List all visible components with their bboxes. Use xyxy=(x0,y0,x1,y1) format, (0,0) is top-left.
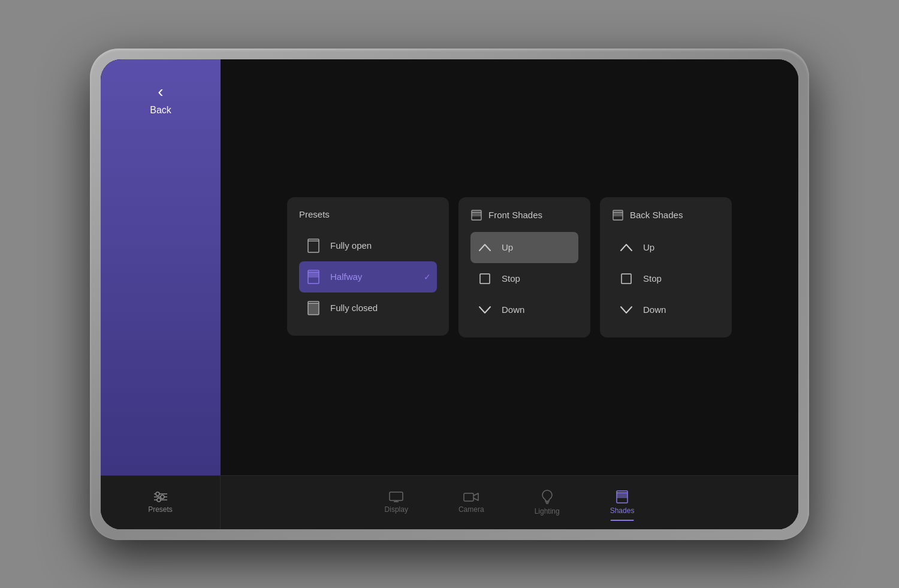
back-shades-icon xyxy=(612,209,624,221)
main-area: ‹ Back Presets xyxy=(101,59,798,475)
svg-rect-25 xyxy=(464,493,473,501)
svg-rect-4 xyxy=(308,272,319,278)
back-chevron-icon: ‹ xyxy=(158,83,163,100)
preset-halfway[interactable]: Halfway ✓ xyxy=(299,261,437,293)
content-area: Presets Fully open xyxy=(221,59,798,475)
back-up-arrow-icon xyxy=(618,239,635,256)
presets-title: Presets xyxy=(299,209,330,219)
back-shades-header: Back Shades xyxy=(612,209,720,221)
svg-point-20 xyxy=(161,495,164,499)
front-shades-down-button[interactable]: Down xyxy=(470,294,578,325)
front-shades-stop-button[interactable]: Stop xyxy=(470,263,578,294)
svg-rect-14 xyxy=(613,212,623,216)
front-shades-up-label: Up xyxy=(502,242,513,252)
back-shades-card: Back Shades Up xyxy=(600,197,732,337)
front-shades-card: Front Shades Up xyxy=(458,197,590,337)
shade-closed-icon xyxy=(305,300,322,316)
nav-item-display[interactable]: Display xyxy=(378,487,415,518)
preset-fully-closed[interactable]: Fully closed xyxy=(299,293,437,324)
preset-fully-open-label: Fully open xyxy=(330,240,431,251)
down-arrow-icon xyxy=(476,301,493,318)
screen: ‹ Back Presets xyxy=(101,59,798,529)
back-shades-down-button[interactable]: Down xyxy=(612,294,720,325)
device-frame: ‹ Back Presets xyxy=(90,49,809,540)
front-shades-down-label: Down xyxy=(502,304,524,315)
preset-fully-closed-label: Fully closed xyxy=(330,303,431,313)
shade-open-icon xyxy=(305,237,322,254)
svg-rect-22 xyxy=(390,492,403,500)
preset-halfway-label: Halfway xyxy=(330,272,415,282)
svg-point-19 xyxy=(156,492,159,496)
sidebar: ‹ Back xyxy=(101,59,221,475)
back-shades-stop-button[interactable]: Stop xyxy=(612,263,720,294)
presets-sliders-icon xyxy=(153,491,168,503)
back-shades-title: Back Shades xyxy=(630,210,683,220)
preset-fully-open[interactable]: Fully open xyxy=(299,230,437,261)
display-icon xyxy=(389,491,403,502)
nav-item-shades[interactable]: Shades xyxy=(603,486,642,520)
nav-item-lighting[interactable]: Lighting xyxy=(527,485,567,520)
stop-icon xyxy=(476,270,493,287)
panels-row: Presets Fully open xyxy=(287,197,732,337)
presets-card: Presets Fully open xyxy=(287,197,449,336)
front-shades-header: Front Shades xyxy=(470,209,578,221)
halfway-check-icon: ✓ xyxy=(424,272,431,282)
front-shades-icon xyxy=(470,209,482,221)
svg-point-21 xyxy=(157,498,161,502)
nav-item-camera[interactable]: Camera xyxy=(451,487,491,518)
back-label: Back xyxy=(150,105,171,116)
nav-display-label: Display xyxy=(385,505,408,514)
svg-rect-15 xyxy=(622,274,631,284)
svg-rect-11 xyxy=(480,274,490,284)
bottom-presets-button[interactable]: Presets xyxy=(101,476,221,529)
front-shades-up-button[interactable]: Up xyxy=(470,232,578,263)
svg-rect-7 xyxy=(308,303,319,315)
device-screen: ‹ Back Presets xyxy=(101,59,798,529)
bottom-presets-label: Presets xyxy=(148,505,173,514)
back-shades-up-button[interactable]: Up xyxy=(612,232,720,263)
bottom-bar: Presets Display xyxy=(101,475,798,529)
lighting-icon xyxy=(541,490,553,504)
nav-lighting-label: Lighting xyxy=(535,507,560,515)
shades-icon xyxy=(616,490,628,503)
back-button[interactable]: ‹ Back xyxy=(150,83,171,116)
back-shades-up-label: Up xyxy=(643,242,654,252)
back-stop-icon xyxy=(618,270,635,287)
presets-header: Presets xyxy=(299,209,437,219)
front-shades-title: Front Shades xyxy=(488,210,542,220)
front-shades-stop-label: Stop xyxy=(502,273,520,284)
svg-rect-10 xyxy=(472,212,481,216)
nav-camera-label: Camera xyxy=(458,505,484,514)
shade-halfway-icon xyxy=(305,269,322,285)
camera-icon xyxy=(463,491,479,502)
back-shades-stop-label: Stop xyxy=(643,273,662,284)
back-down-arrow-icon xyxy=(618,301,635,318)
back-shades-down-label: Down xyxy=(643,304,666,315)
bottom-nav: Display Camera xyxy=(221,485,798,520)
up-arrow-icon xyxy=(476,239,493,256)
nav-shades-label: Shades xyxy=(610,506,635,515)
svg-rect-30 xyxy=(617,493,628,498)
